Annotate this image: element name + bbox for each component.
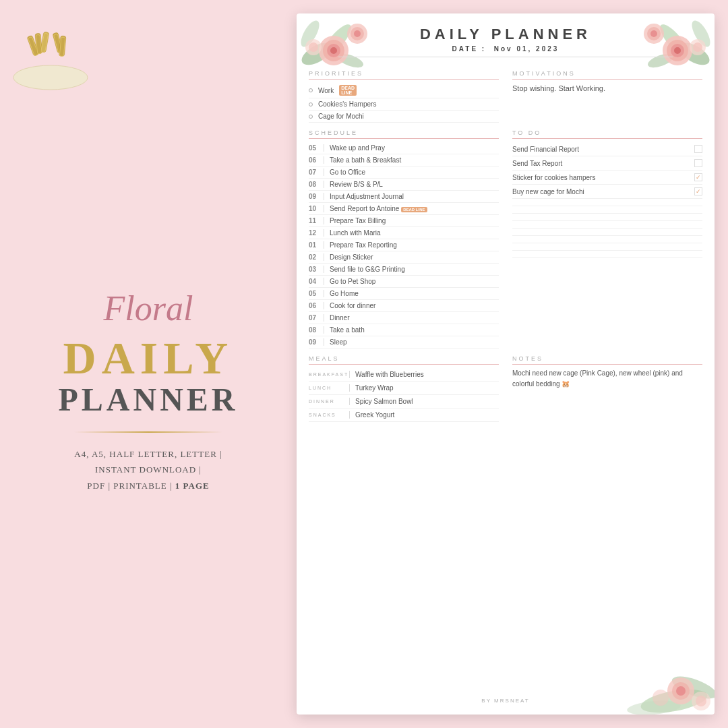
meal-value-snacks: Greek Yogurt — [349, 411, 394, 419]
priority-bullet-2 — [309, 102, 313, 107]
meal-value-dinner: Spicy Salmon Bowl — [349, 398, 413, 405]
meal-value-breakfast: Waffle with Blueberries — [349, 371, 424, 378]
schedule-row-4: 08 Review B/S & P/L — [309, 179, 499, 191]
todo-check-3[interactable]: ✓ — [694, 173, 702, 181]
time-06b: 06 — [309, 302, 324, 309]
time-02: 02 — [309, 253, 324, 261]
meal-breakfast: BREAKFAST Waffle with Blueberries — [309, 368, 499, 382]
schedule-list: 05 Wake up and Pray 06 Take a bath & Bre… — [309, 142, 499, 348]
todo-check-1[interactable] — [694, 145, 702, 153]
motivations-title: MOTIVATIONS — [512, 70, 702, 80]
task-4: Review B/S & P/L — [324, 181, 499, 188]
header-divider — [338, 57, 673, 57]
gold-divider — [74, 431, 222, 433]
todo-text-4: Buy new cage for Mochi — [512, 188, 584, 195]
planner-footer: BY MRSNEAT — [297, 694, 715, 708]
task-15: Dinner — [324, 314, 499, 322]
subtitle-line1: A4, A5, HALF LETTER, LETTER | — [58, 446, 238, 462]
schedule-row-17: 09 Sleep — [309, 336, 499, 348]
todo-empty-5 — [512, 229, 702, 236]
planner-date: DATE : Nov 01, 2023 — [297, 45, 715, 53]
priority-list: Work DEADLINE Cookies's Hampers Cage for… — [309, 83, 499, 123]
time-05b: 05 — [309, 290, 324, 297]
planner-label: PLANNER — [58, 381, 238, 418]
schedule-row-8: 12 Lunch with Maria — [309, 227, 499, 239]
deadline-badge-1: DEADLINE — [339, 85, 357, 96]
time-07: 07 — [309, 169, 324, 176]
todo-check-2[interactable] — [694, 159, 702, 167]
task-13: Go Home — [324, 290, 499, 297]
footer-text: BY MRSNEAT — [481, 698, 529, 704]
priority-item-1: Work DEADLINE — [309, 83, 499, 98]
motivations-section: MOTIVATIONS Stop wishing. Start Working. — [506, 70, 702, 123]
task-17: Sleep — [324, 338, 499, 346]
task-3: Go to Office — [324, 169, 499, 176]
meal-label-snacks: SNACKS — [309, 413, 349, 417]
task-2: Take a bath & Breakfast — [324, 156, 499, 164]
todo-empty-4 — [512, 221, 702, 229]
schedule-row-16: 08 Take a bath — [309, 324, 499, 336]
schedule-row-3: 07 Go to Office — [309, 166, 499, 179]
priority-text-3: Cage for Mochi — [318, 113, 364, 120]
task-14: Cook for dinner — [324, 302, 499, 309]
time-10: 10 — [309, 205, 324, 212]
task-8: Lunch with Maria — [324, 229, 499, 237]
schedule-row-12: 04 Go to Pet Shop — [309, 276, 499, 288]
schedule-row-14: 06 Cook for dinner — [309, 300, 499, 312]
task-10: Design Sticker — [324, 253, 499, 261]
time-09b: 09 — [309, 338, 324, 346]
time-08: 08 — [309, 181, 324, 188]
todo-empty-3 — [512, 214, 702, 221]
schedule-title: SCHEDULE — [309, 129, 499, 139]
time-07b: 07 — [309, 314, 324, 322]
task-12: Go to Pet Shop — [324, 278, 499, 285]
time-06: 06 — [309, 156, 324, 164]
meal-label-breakfast: BREAKFAST — [309, 372, 349, 377]
deadline-badge-schedule: DEAD LINE — [401, 207, 427, 212]
time-09a: 09 — [309, 193, 324, 200]
task-7: Prepare Tax Billing — [324, 217, 499, 224]
schedule-row-5: 09 Input Adjustment Journal — [309, 191, 499, 203]
task-6: Send Report to Antoine DEAD LINE — [324, 205, 499, 212]
priorities-section: PRIORITIES Work DEADLINE Cookies's Hampe… — [309, 70, 506, 123]
meals-title: MEALS — [309, 355, 499, 365]
notes-section: NOTES Mochi need new cage (Pink Cage), n… — [506, 355, 702, 422]
todo-item-2: Send Tax Report — [512, 156, 702, 171]
daily-label: DAILY — [58, 335, 238, 381]
gold-clips-decoration — [7, 10, 94, 98]
schedule-row-11: 03 Send file to G&G Printing — [309, 264, 499, 276]
todo-section: TO DO Send Financial Report Send Tax Rep… — [506, 129, 702, 348]
meal-label-dinner: DINNER — [309, 399, 349, 404]
todo-text-3: Sticker for cookies hampers — [512, 174, 595, 181]
priority-item-3: Cage for Mochi — [309, 111, 499, 123]
subtitle-line3: PDF | PRINTABLE | 1 PAGE — [58, 478, 238, 493]
schedule-row-13: 05 Go Home — [309, 288, 499, 300]
todo-empty-1 — [512, 199, 702, 206]
floral-label: Floral — [58, 289, 238, 328]
todo-item-1: Send Financial Report — [512, 142, 702, 156]
notes-title: NOTES — [512, 355, 702, 365]
notes-text: Mochi need new cage (Pink Cage), new whe… — [512, 368, 702, 390]
motivation-text: Stop wishing. Start Working. — [512, 83, 702, 94]
todo-check-4[interactable]: ✓ — [694, 187, 702, 195]
left-panel: Floral DAILY PLANNER A4, A5, HALF LETTER… — [0, 0, 297, 728]
priority-text-1: Work — [318, 87, 334, 94]
priority-bullet — [309, 88, 313, 92]
schedule-row-2: 06 Take a bath & Breakfast — [309, 154, 499, 166]
task-1: Wake up and Pray — [324, 144, 499, 152]
todo-item-4: Buy new cage for Mochi ✓ — [512, 185, 702, 199]
subtitle-line2: INSTANT DOWNLOAD | — [58, 462, 238, 477]
meal-label-lunch: LUNCH — [309, 386, 349, 390]
subtitle: A4, A5, HALF LETTER, LETTER | INSTANT DO… — [58, 446, 238, 493]
task-16: Take a bath — [324, 326, 499, 334]
planner-content: PRIORITIES Work DEADLINE Cookies's Hampe… — [297, 70, 715, 422]
priority-text-2: Cookies's Hampers — [318, 100, 376, 108]
priority-bullet-3 — [309, 115, 313, 119]
schedule-row-1: 05 Wake up and Pray — [309, 142, 499, 154]
planner-title: DAILY PLANNER — [297, 26, 715, 43]
todo-item-3: Sticker for cookies hampers ✓ — [512, 171, 702, 185]
todo-empty-8 — [512, 251, 702, 258]
todo-empty-7 — [512, 243, 702, 251]
meal-dinner: DINNER Spicy Salmon Bowl — [309, 395, 499, 408]
schedule-row-9: 01 Prepare Tax Reporting — [309, 239, 499, 251]
